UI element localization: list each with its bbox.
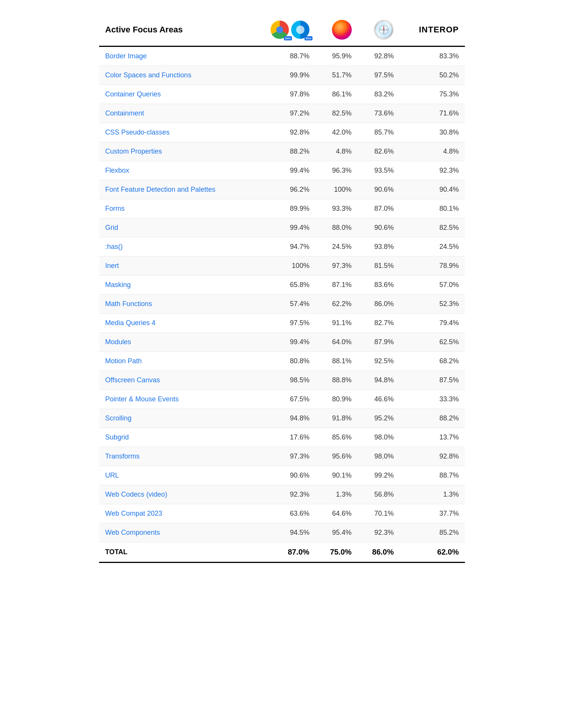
- row-name[interactable]: Scrolling: [99, 409, 252, 428]
- safari-face: [376, 22, 392, 38]
- row-interop: 24.5%: [400, 237, 465, 257]
- safari-icon-wrapper: [364, 20, 394, 40]
- row-name[interactable]: Math Functions: [99, 295, 252, 314]
- row-safari: 94.8%: [358, 371, 400, 390]
- row-firefox: 93.3%: [316, 199, 358, 218]
- row-chrome: 99.4%: [252, 161, 316, 180]
- table-row: Forms89.9%93.3%87.0%80.1%: [99, 199, 465, 218]
- table-row: Container Queries97.8%86.1%83.2%75.3%: [99, 85, 465, 104]
- row-safari: 85.7%: [358, 123, 400, 142]
- row-safari: 92.8%: [358, 47, 400, 66]
- row-name[interactable]: Motion Path: [99, 352, 252, 371]
- focus-areas-table: Active Focus Areas Dev Dev: [99, 15, 465, 563]
- row-firefox: 4.8%: [316, 142, 358, 161]
- row-safari: 90.6%: [358, 180, 400, 199]
- row-name[interactable]: Pointer & Mouse Events: [99, 390, 252, 409]
- row-safari: 92.3%: [358, 523, 400, 542]
- table-row: Media Queries 497.5%91.1%82.7%79.4%: [99, 314, 465, 333]
- row-name[interactable]: Color Spaces and Functions: [99, 66, 252, 85]
- table-row: Web Components94.5%95.4%92.3%85.2%: [99, 523, 465, 542]
- row-firefox: 88.1%: [316, 352, 358, 371]
- row-name[interactable]: Container Queries: [99, 85, 252, 104]
- row-firefox: 64.6%: [316, 504, 358, 523]
- table-row: Motion Path80.8%88.1%92.5%68.2%: [99, 352, 465, 371]
- table-row: Math Functions57.4%62.2%86.0%52.3%: [99, 295, 465, 314]
- row-interop: 1.3%: [400, 485, 465, 504]
- row-interop: 92.3%: [400, 161, 465, 180]
- row-interop: 13.7%: [400, 428, 465, 447]
- row-name[interactable]: Web Codecs (video): [99, 485, 252, 504]
- table-row: Scrolling94.8%91.8%95.2%88.2%: [99, 409, 465, 428]
- row-name[interactable]: Modules: [99, 333, 252, 352]
- row-chrome: 65.8%: [252, 276, 316, 295]
- table-row: Pointer & Mouse Events67.5%80.9%46.6%33.…: [99, 390, 465, 409]
- row-name[interactable]: CSS Pseudo-classes: [99, 123, 252, 142]
- row-safari: 83.2%: [358, 85, 400, 104]
- row-safari: 56.8%: [358, 485, 400, 504]
- table-row: Border Image88.7%95.9%92.8%83.3%: [99, 47, 465, 66]
- total-row: TOTAL87.0%75.0%86.0%62.0%: [99, 542, 465, 563]
- row-firefox: 1.3%: [316, 485, 358, 504]
- row-chrome: 80.8%: [252, 352, 316, 371]
- row-name[interactable]: Web Components: [99, 523, 252, 542]
- row-name[interactable]: Grid: [99, 218, 252, 237]
- row-interop: 75.3%: [400, 85, 465, 104]
- row-interop: 88.2%: [400, 409, 465, 428]
- row-firefox: 64.0%: [316, 333, 358, 352]
- table-row: URL90.6%90.1%99.2%88.7%: [99, 466, 465, 485]
- row-name[interactable]: Offscreen Canvas: [99, 371, 252, 390]
- row-safari: 90.6%: [358, 218, 400, 237]
- row-chrome: 97.2%: [252, 104, 316, 123]
- row-chrome: 92.3%: [252, 485, 316, 504]
- row-interop: 79.4%: [400, 314, 465, 333]
- row-firefox: 51.7%: [316, 66, 358, 85]
- row-name[interactable]: Forms: [99, 199, 252, 218]
- row-safari: 87.0%: [358, 199, 400, 218]
- row-interop: 50.2%: [400, 66, 465, 85]
- row-name[interactable]: Font Feature Detection and Palettes: [99, 180, 252, 199]
- row-safari: 92.5%: [358, 352, 400, 371]
- row-safari: 82.7%: [358, 314, 400, 333]
- row-chrome: 99.4%: [252, 333, 316, 352]
- row-name[interactable]: Custom Properties: [99, 142, 252, 161]
- row-name[interactable]: URL: [99, 466, 252, 485]
- table-row: Font Feature Detection and Palettes96.2%…: [99, 180, 465, 199]
- row-name[interactable]: Containment: [99, 104, 252, 123]
- row-name[interactable]: Subgrid: [99, 428, 252, 447]
- table-row: Color Spaces and Functions99.9%51.7%97.5…: [99, 66, 465, 85]
- total-interop: 62.0%: [400, 542, 465, 563]
- row-name[interactable]: :has(): [99, 237, 252, 257]
- row-interop: 37.7%: [400, 504, 465, 523]
- row-firefox: 95.6%: [316, 447, 358, 466]
- row-chrome: 57.4%: [252, 295, 316, 314]
- row-interop: 52.3%: [400, 295, 465, 314]
- row-name[interactable]: Transforms: [99, 447, 252, 466]
- row-chrome: 88.7%: [252, 47, 316, 66]
- row-firefox: 88.0%: [316, 218, 358, 237]
- row-name[interactable]: Inert: [99, 257, 252, 276]
- row-firefox: 100%: [316, 180, 358, 199]
- row-chrome: 63.6%: [252, 504, 316, 523]
- row-chrome: 97.5%: [252, 314, 316, 333]
- row-firefox: 95.4%: [316, 523, 358, 542]
- table-row: Offscreen Canvas98.5%88.8%94.8%87.5%: [99, 371, 465, 390]
- row-chrome: 90.6%: [252, 466, 316, 485]
- row-firefox: 96.3%: [316, 161, 358, 180]
- row-safari: 73.6%: [358, 104, 400, 123]
- row-name[interactable]: Media Queries 4: [99, 314, 252, 333]
- row-chrome: 98.5%: [252, 371, 316, 390]
- row-interop: 88.7%: [400, 466, 465, 485]
- row-interop: 68.2%: [400, 352, 465, 371]
- row-name[interactable]: Masking: [99, 276, 252, 295]
- row-name[interactable]: Border Image: [99, 47, 252, 66]
- row-interop: 78.9%: [400, 257, 465, 276]
- row-safari: 70.1%: [358, 504, 400, 523]
- row-name[interactable]: Web Compat 2023: [99, 504, 252, 523]
- row-safari: 93.8%: [358, 237, 400, 257]
- row-interop: 80.1%: [400, 199, 465, 218]
- row-name[interactable]: Flexbox: [99, 161, 252, 180]
- col-header-firefox: [316, 15, 358, 47]
- row-chrome: 99.4%: [252, 218, 316, 237]
- firefox-icon-wrapper: [322, 20, 352, 40]
- row-interop: 33.3%: [400, 390, 465, 409]
